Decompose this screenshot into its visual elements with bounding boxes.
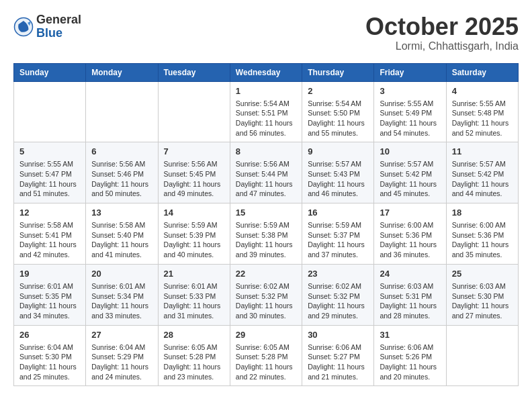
calendar-cell: 25Sunrise: 6:03 AMSunset: 5:30 PMDayligh… — [446, 264, 518, 325]
calendar-week-row: 1Sunrise: 5:54 AMSunset: 5:51 PMDaylight… — [14, 81, 519, 142]
day-info: Sunrise: 5:57 AMSunset: 5:43 PMDaylight:… — [308, 159, 368, 199]
day-info: Sunrise: 6:06 AMSunset: 5:26 PMDaylight:… — [380, 342, 440, 382]
day-number: 4 — [452, 86, 513, 96]
location: Lormi, Chhattisgarh, India — [365, 40, 519, 52]
calendar-cell: 4Sunrise: 5:55 AMSunset: 5:48 PMDaylight… — [446, 81, 518, 142]
day-info: Sunrise: 5:59 AMSunset: 5:37 PMDaylight:… — [308, 220, 368, 260]
calendar-cell: 14Sunrise: 5:59 AMSunset: 5:39 PMDayligh… — [158, 203, 230, 265]
day-number: 23 — [308, 269, 368, 279]
calendar-cell: 28Sunrise: 6:05 AMSunset: 5:28 PMDayligh… — [158, 325, 230, 386]
calendar-cell: 3Sunrise: 5:55 AMSunset: 5:49 PMDaylight… — [374, 81, 446, 142]
calendar-week-row: 5Sunrise: 5:55 AMSunset: 5:47 PMDaylight… — [14, 142, 519, 203]
day-info: Sunrise: 5:54 AMSunset: 5:51 PMDaylight:… — [236, 99, 296, 138]
calendar-cell: 11Sunrise: 5:57 AMSunset: 5:42 PMDayligh… — [446, 142, 518, 203]
calendar-table: SundayMondayTuesdayWednesdayThursdayFrid… — [13, 63, 519, 387]
day-number: 28 — [164, 330, 224, 340]
day-info: Sunrise: 6:04 AMSunset: 5:30 PMDaylight:… — [19, 342, 80, 382]
day-number: 30 — [308, 330, 368, 340]
day-number: 11 — [452, 146, 513, 156]
day-number: 8 — [236, 146, 296, 156]
calendar-cell: 1Sunrise: 5:54 AMSunset: 5:51 PMDaylight… — [230, 81, 302, 142]
day-info: Sunrise: 5:59 AMSunset: 5:38 PMDaylight:… — [236, 220, 296, 260]
calendar-cell: 9Sunrise: 5:57 AMSunset: 5:43 PMDaylight… — [302, 142, 374, 203]
day-info: Sunrise: 6:05 AMSunset: 5:28 PMDaylight:… — [164, 342, 224, 382]
calendar-cell: 23Sunrise: 6:02 AMSunset: 5:32 PMDayligh… — [302, 264, 374, 325]
day-info: Sunrise: 6:01 AMSunset: 5:34 PMDaylight:… — [91, 281, 152, 321]
calendar-cell — [446, 325, 518, 386]
logo: General Blue — [13, 13, 81, 40]
calendar-week-row: 12Sunrise: 5:58 AMSunset: 5:41 PMDayligh… — [14, 203, 519, 265]
day-info: Sunrise: 6:00 AMSunset: 5:36 PMDaylight:… — [452, 220, 513, 260]
calendar-cell: 19Sunrise: 6:01 AMSunset: 5:35 PMDayligh… — [14, 264, 86, 325]
day-info: Sunrise: 5:57 AMSunset: 5:42 PMDaylight:… — [452, 159, 513, 199]
calendar-cell: 21Sunrise: 6:01 AMSunset: 5:33 PMDayligh… — [158, 264, 230, 325]
day-info: Sunrise: 5:58 AMSunset: 5:41 PMDaylight:… — [19, 220, 80, 260]
day-info: Sunrise: 5:56 AMSunset: 5:44 PMDaylight:… — [236, 159, 296, 199]
calendar-cell: 22Sunrise: 6:02 AMSunset: 5:32 PMDayligh… — [230, 264, 302, 325]
day-info: Sunrise: 6:02 AMSunset: 5:32 PMDaylight:… — [308, 281, 368, 321]
day-number: 19 — [19, 269, 80, 279]
day-info: Sunrise: 5:59 AMSunset: 5:39 PMDaylight:… — [164, 220, 224, 260]
day-info: Sunrise: 6:00 AMSunset: 5:36 PMDaylight:… — [380, 220, 440, 260]
day-number: 16 — [308, 208, 368, 218]
calendar-week-row: 19Sunrise: 6:01 AMSunset: 5:35 PMDayligh… — [14, 264, 519, 325]
day-number: 5 — [19, 146, 80, 156]
calendar-cell — [86, 81, 158, 142]
day-info: Sunrise: 5:56 AMSunset: 5:46 PMDaylight:… — [91, 159, 152, 199]
day-info: Sunrise: 6:06 AMSunset: 5:27 PMDaylight:… — [308, 342, 368, 382]
calendar-cell: 24Sunrise: 6:03 AMSunset: 5:31 PMDayligh… — [374, 264, 446, 325]
weekday-header: Tuesday — [158, 63, 230, 81]
day-info: Sunrise: 6:05 AMSunset: 5:28 PMDaylight:… — [236, 342, 296, 382]
calendar-cell: 2Sunrise: 5:54 AMSunset: 5:50 PMDaylight… — [302, 81, 374, 142]
calendar-cell: 15Sunrise: 5:59 AMSunset: 5:38 PMDayligh… — [230, 203, 302, 265]
calendar-cell: 16Sunrise: 5:59 AMSunset: 5:37 PMDayligh… — [302, 203, 374, 265]
logo-general: General — [36, 13, 81, 27]
day-info: Sunrise: 6:03 AMSunset: 5:31 PMDaylight:… — [380, 281, 440, 321]
calendar-cell: 7Sunrise: 5:56 AMSunset: 5:45 PMDaylight… — [158, 142, 230, 203]
day-number: 18 — [452, 208, 513, 218]
day-number: 7 — [164, 146, 224, 156]
logo-text: General Blue — [36, 13, 81, 40]
day-number: 27 — [91, 330, 152, 340]
calendar-cell: 5Sunrise: 5:55 AMSunset: 5:47 PMDaylight… — [14, 142, 86, 203]
day-number: 6 — [91, 146, 152, 156]
logo-blue: Blue — [36, 27, 81, 40]
page-header: General Blue October 2025 Lormi, Chhatti… — [13, 13, 519, 52]
weekday-header: Monday — [86, 63, 158, 81]
day-number: 15 — [236, 208, 296, 218]
day-info: Sunrise: 6:02 AMSunset: 5:32 PMDaylight:… — [236, 281, 296, 321]
day-info: Sunrise: 5:58 AMSunset: 5:40 PMDaylight:… — [91, 220, 152, 260]
day-info: Sunrise: 6:04 AMSunset: 5:29 PMDaylight:… — [91, 342, 152, 382]
month-title: October 2025 — [365, 13, 519, 40]
day-info: Sunrise: 5:55 AMSunset: 5:49 PMDaylight:… — [380, 99, 440, 138]
weekday-header: Friday — [374, 63, 446, 81]
day-info: Sunrise: 5:56 AMSunset: 5:45 PMDaylight:… — [164, 159, 224, 199]
calendar-cell: 29Sunrise: 6:05 AMSunset: 5:28 PMDayligh… — [230, 325, 302, 386]
day-info: Sunrise: 5:54 AMSunset: 5:50 PMDaylight:… — [308, 99, 368, 138]
day-number: 20 — [91, 269, 152, 279]
day-info: Sunrise: 6:01 AMSunset: 5:33 PMDaylight:… — [164, 281, 224, 321]
title-section: October 2025 Lormi, Chhattisgarh, India — [365, 13, 519, 52]
weekday-header: Sunday — [14, 63, 86, 81]
day-info: Sunrise: 6:03 AMSunset: 5:30 PMDaylight:… — [452, 281, 513, 321]
day-info: Sunrise: 5:55 AMSunset: 5:48 PMDaylight:… — [452, 99, 513, 138]
day-number: 25 — [452, 269, 513, 279]
calendar-cell: 31Sunrise: 6:06 AMSunset: 5:26 PMDayligh… — [374, 325, 446, 386]
weekday-header: Thursday — [302, 63, 374, 81]
day-number: 2 — [308, 86, 368, 96]
weekday-header: Saturday — [446, 63, 518, 81]
day-number: 14 — [164, 208, 224, 218]
day-number: 31 — [380, 330, 440, 340]
calendar-cell — [158, 81, 230, 142]
day-number: 24 — [380, 269, 440, 279]
calendar-cell: 26Sunrise: 6:04 AMSunset: 5:30 PMDayligh… — [14, 325, 86, 386]
calendar-cell — [14, 81, 86, 142]
weekday-header: Wednesday — [230, 63, 302, 81]
day-number: 22 — [236, 269, 296, 279]
day-number: 13 — [91, 208, 152, 218]
calendar-cell: 18Sunrise: 6:00 AMSunset: 5:36 PMDayligh… — [446, 203, 518, 265]
calendar-week-row: 26Sunrise: 6:04 AMSunset: 5:30 PMDayligh… — [14, 325, 519, 386]
day-info: Sunrise: 5:55 AMSunset: 5:47 PMDaylight:… — [19, 159, 80, 199]
calendar-cell: 13Sunrise: 5:58 AMSunset: 5:40 PMDayligh… — [86, 203, 158, 265]
calendar-cell: 10Sunrise: 5:57 AMSunset: 5:42 PMDayligh… — [374, 142, 446, 203]
